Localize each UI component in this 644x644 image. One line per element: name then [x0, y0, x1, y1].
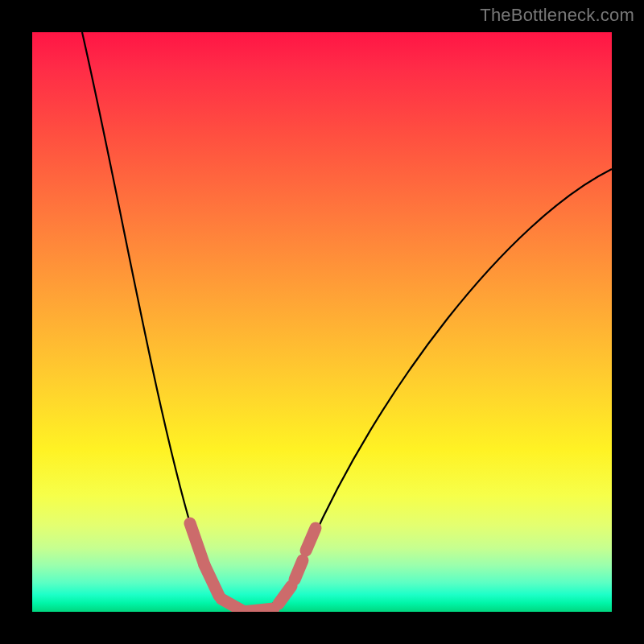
watermark-label: TheBottleneck.com [480, 5, 634, 26]
highlight-seg-4 [279, 586, 291, 604]
plot-area [32, 32, 612, 612]
highlight-seg-1 [204, 565, 219, 596]
chart-frame: TheBottleneck.com [0, 0, 644, 644]
bottleneck-curve [82, 32, 612, 612]
curve-layer [32, 32, 612, 612]
highlight-seg-3 [243, 609, 274, 612]
highlight-seg-5 [295, 560, 303, 580]
highlight-band [190, 523, 316, 612]
highlight-seg-6 [306, 528, 316, 551]
highlight-seg-0 [190, 523, 204, 565]
